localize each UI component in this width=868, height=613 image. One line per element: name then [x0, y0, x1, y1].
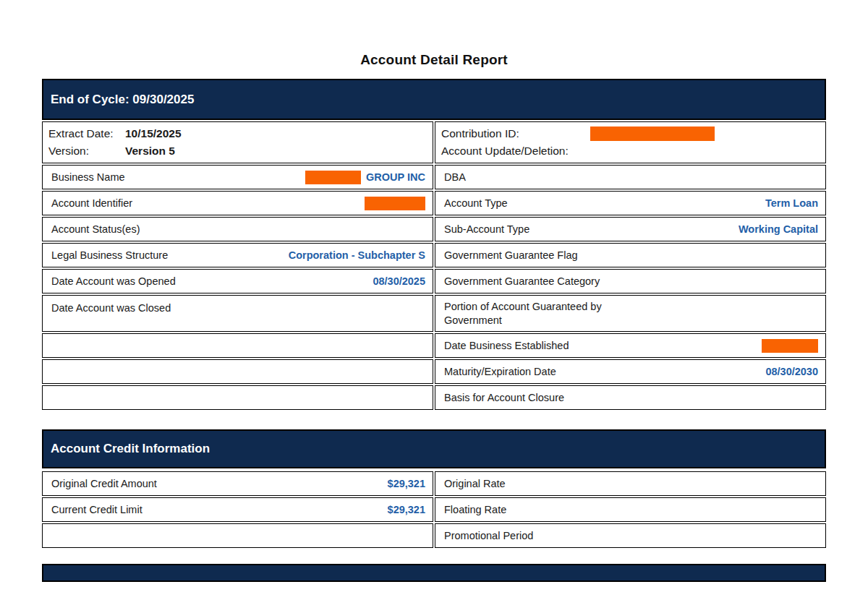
account-credit-header-text: Account Credit Information [51, 442, 210, 456]
account-update-deletion-label: Account Update/Deletion: [441, 145, 590, 158]
field-label: Original Rate [444, 477, 506, 490]
extract-date-value: 10/15/2025 [125, 127, 182, 140]
table-row: Legal Business Structure Corporation - S… [42, 243, 826, 267]
field-label: Sub-Account Type [444, 223, 529, 236]
end-of-cycle-header-text: End of Cycle: 09/30/2025 [51, 93, 194, 107]
field-label: Promotional Period [444, 529, 533, 542]
field-value: $29,321 [388, 504, 425, 515]
field-label: Business Name [51, 171, 125, 184]
end-of-cycle-header-bar: End of Cycle: 09/30/2025 [42, 79, 826, 120]
account-update-deletion-line: Account Update/Deletion: [441, 142, 818, 160]
field-original-credit-amount: Original Credit Amount $29,321 [42, 471, 433, 496]
contribution-update-cell: Contribution ID: Account Update/Deletion… [435, 121, 826, 163]
empty-cell [42, 333, 433, 358]
field-business-name: Business Name GROUP INC [42, 165, 433, 189]
extract-date-label: Extract Date: [48, 127, 125, 140]
redaction-box [305, 171, 361, 184]
version-label: Version: [48, 145, 125, 158]
meta-row: Extract Date: 10/15/2025 Version: Versio… [42, 121, 826, 163]
table-row: Account Status(es) Sub-Account Type Work… [42, 217, 826, 241]
redaction-box [590, 127, 715, 141]
empty-cell [42, 523, 433, 548]
table-row: Current Credit Limit $29,321 Floating Ra… [42, 497, 826, 522]
field-value: GROUP INC [305, 171, 425, 184]
table-row: Date Account was Opened 08/30/2025 Gover… [42, 269, 826, 293]
table-row: Date Account was Closed Portion of Accou… [42, 295, 826, 332]
field-promotional-period: Promotional Period [435, 523, 826, 548]
field-value: Term Loan [765, 197, 818, 209]
field-account-type: Account Type Term Loan [435, 191, 826, 215]
empty-cell [42, 385, 433, 410]
end-of-cycle-section: End of Cycle: 09/30/2025 Extract Date: 1… [42, 79, 826, 410]
version-line: Version: Version 5 [48, 142, 425, 160]
empty-cell [42, 359, 433, 384]
table-row: Original Credit Amount $29,321 Original … [42, 471, 826, 496]
extract-date-line: Extract Date: 10/15/2025 [48, 125, 425, 142]
field-basis-for-account-closure: Basis for Account Closure [435, 385, 826, 410]
field-label: Date Business Established [444, 339, 569, 352]
field-label: Account Status(es) [51, 223, 140, 236]
field-date-account-opened: Date Account was Opened 08/30/2025 [42, 269, 433, 293]
field-label: Government Guarantee Flag [444, 249, 578, 262]
contribution-id-label: Contribution ID: [441, 127, 590, 140]
field-label: Floating Rate [444, 503, 506, 516]
field-government-guarantee-flag: Government Guarantee Flag [435, 243, 826, 267]
contribution-id-line: Contribution ID: [441, 125, 818, 142]
field-date-business-established: Date Business Established [435, 333, 826, 358]
field-account-statuses: Account Status(es) [42, 217, 433, 241]
table-row: Maturity/Expiration Date 08/30/2030 [42, 359, 826, 384]
field-date-account-closed: Date Account was Closed [42, 295, 433, 332]
field-value [762, 339, 818, 353]
table-row: Promotional Period [42, 523, 826, 548]
field-sub-account-type: Sub-Account Type Working Capital [435, 217, 826, 241]
field-value: Corporation - Subchapter S [289, 249, 425, 261]
field-legal-business-structure: Legal Business Structure Corporation - S… [42, 243, 433, 267]
field-account-identifier: Account Identifier [42, 191, 433, 215]
field-current-credit-limit: Current Credit Limit $29,321 [42, 497, 433, 522]
field-label: Basis for Account Closure [444, 391, 564, 404]
field-label: Account Identifier [51, 197, 132, 210]
field-label: Government Guarantee Category [444, 275, 600, 288]
account-credit-section: Account Credit Information Original Cred… [42, 429, 826, 548]
field-value [365, 197, 425, 210]
field-label: Account Type [444, 197, 508, 210]
table-row: Business Name GROUP INC DBA [42, 165, 826, 189]
field-maturity-expiration-date: Maturity/Expiration Date 08/30/2030 [435, 359, 826, 384]
field-value: Working Capital [739, 223, 818, 235]
field-label: Original Credit Amount [51, 477, 157, 490]
business-name-value: GROUP INC [366, 171, 425, 183]
redaction-box [762, 339, 818, 353]
field-label: Date Account was Opened [51, 275, 176, 288]
field-label: Current Credit Limit [51, 503, 142, 516]
table-row: Account Identifier Account Type Term Loa… [42, 191, 826, 215]
report-body: End of Cycle: 09/30/2025 Extract Date: 1… [42, 79, 826, 582]
field-label: Legal Business Structure [51, 249, 168, 262]
field-dba: DBA [435, 165, 826, 189]
table-row: Basis for Account Closure [42, 385, 826, 410]
table-row: Date Business Established [42, 333, 826, 358]
extract-version-cell: Extract Date: 10/15/2025 Version: Versio… [42, 121, 433, 163]
field-original-rate: Original Rate [435, 471, 826, 496]
page-title: Account Detail Report [0, 0, 868, 68]
field-label: Portion of Account Guaranteed by Governm… [444, 300, 647, 326]
field-value: 08/30/2025 [373, 275, 425, 287]
field-portion-guaranteed-government: Portion of Account Guaranteed by Governm… [435, 295, 826, 332]
version-value: Version 5 [125, 145, 175, 158]
field-value: $29,321 [388, 478, 425, 489]
account-credit-header-bar: Account Credit Information [42, 429, 826, 468]
field-label: DBA [444, 171, 466, 184]
redaction-box [365, 197, 425, 210]
field-government-guarantee-category: Government Guarantee Category [435, 269, 826, 293]
field-floating-rate: Floating Rate [435, 497, 826, 522]
field-label: Maturity/Expiration Date [444, 365, 556, 378]
next-section-header-bar [42, 564, 826, 582]
field-value: 08/30/2030 [765, 366, 818, 377]
field-label: Date Account was Closed [51, 301, 171, 314]
